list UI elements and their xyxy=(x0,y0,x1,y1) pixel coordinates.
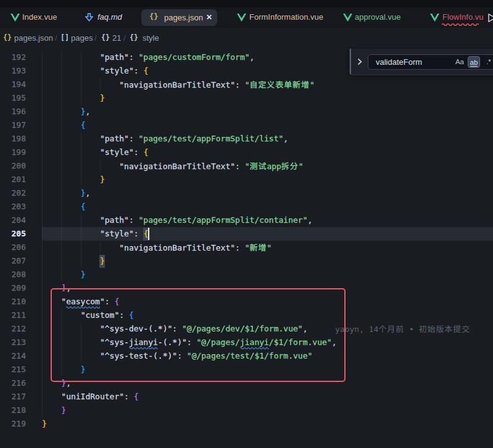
token-k: "navigationBarTitleText" xyxy=(119,162,235,171)
token-b2: } xyxy=(61,405,66,415)
token-p: : xyxy=(235,162,245,171)
line-number: 197 xyxy=(5,118,26,132)
code-line-208[interactable]: 208 } xyxy=(0,268,493,281)
code-line-206[interactable]: 206 "navigationBarTitleText": "新增" xyxy=(0,241,493,254)
token-b1: } xyxy=(42,419,47,428)
line-number: 198 xyxy=(5,132,26,146)
code-text: }, xyxy=(42,105,90,118)
code-line-202[interactable]: 202 }, xyxy=(0,186,493,200)
close-icon[interactable]: ✕ xyxy=(204,12,214,23)
text-cursor xyxy=(148,228,149,240)
token-b1: { xyxy=(143,229,148,238)
code-line-201[interactable]: 201 } xyxy=(0,173,493,186)
tab-faq-md[interactable]: faq.md xyxy=(77,7,136,28)
git-blame-annotation: yaoyn, 14个月前 • 初始版本提交 xyxy=(335,322,470,336)
line-number: 206 xyxy=(5,241,26,254)
token-s: "pages/test/appFormSplit/list" xyxy=(139,134,284,143)
token-w xyxy=(42,80,119,89)
token-p: : xyxy=(134,147,144,157)
code-line-195[interactable]: 195 } xyxy=(0,91,493,105)
token-w xyxy=(42,405,61,415)
code-line-197[interactable]: 197 { xyxy=(0,118,493,132)
code-text: "style": { xyxy=(42,64,148,78)
token-p: , xyxy=(85,107,90,116)
tab-label: approval.vue xyxy=(355,12,400,22)
chevron-right-icon[interactable] xyxy=(357,57,363,69)
breadcrumb-separator: / xyxy=(55,28,57,48)
code-line-219[interactable]: 219} xyxy=(0,417,493,431)
code-text: } xyxy=(42,173,105,186)
code-line-207[interactable]: 207 } xyxy=(0,254,493,268)
code-editor[interactable]: 192 "path": "pages/customForm/form",193 … xyxy=(0,48,493,448)
token-k: "uniIdRouter" xyxy=(61,392,124,401)
token-s: "自定义表单新增" xyxy=(245,80,315,89)
annotation-red-box xyxy=(51,288,346,382)
code-text: } xyxy=(42,417,47,431)
line-number: 219 xyxy=(5,417,26,431)
line-number: 193 xyxy=(5,64,26,78)
line-number: 212 xyxy=(5,322,26,336)
token-b3: } xyxy=(81,270,86,279)
code-line-203[interactable]: 203 { xyxy=(0,200,493,214)
code-line-200[interactable]: 200 "navigationBarTitleText": "测试app拆分" xyxy=(0,159,493,173)
tab-label: FlowInfo.vu xyxy=(442,12,483,22)
vue-icon xyxy=(343,13,352,24)
markdown-icon xyxy=(85,13,93,24)
code-line-204[interactable]: 204 "path": "pages/test/appFormSplit/con… xyxy=(0,214,493,227)
token-b3: { xyxy=(81,202,86,211)
object-symbol-icon: {} xyxy=(130,28,138,48)
line-number: 202 xyxy=(5,186,26,200)
cjk-text: 测试 xyxy=(250,160,267,172)
token-w xyxy=(42,175,100,184)
code-line-218[interactable]: 218 } xyxy=(0,404,493,417)
code-line-194[interactable]: 194 "navigationBarTitleText": "自定义表单新增" xyxy=(0,78,493,91)
code-line-198[interactable]: 198 "path": "pages/test/appFormSplit/lis… xyxy=(0,132,493,146)
whole-word-icon[interactable]: ab xyxy=(468,56,480,68)
cjk-text: 个月前 xyxy=(378,323,404,334)
code-line-217[interactable]: 217 "uniIdRouter": { xyxy=(0,390,493,404)
token-w xyxy=(42,270,81,279)
breadcrumb-symbol[interactable]: pages xyxy=(71,28,93,48)
find-widget: Aa ab .* xyxy=(349,49,493,75)
line-number: 207 xyxy=(5,254,26,268)
find-widget-sash[interactable] xyxy=(350,49,351,75)
line-number: 204 xyxy=(5,214,26,227)
line-number: 210 xyxy=(5,295,26,309)
token-w xyxy=(42,215,100,225)
token-w xyxy=(42,147,100,157)
token-b3: { xyxy=(81,120,86,130)
tab-index-vue[interactable]: Index.vue xyxy=(0,7,74,28)
token-s: "新增" xyxy=(245,243,271,252)
token-w xyxy=(42,243,119,252)
tab-approval-vue[interactable]: approval.vue xyxy=(333,7,413,28)
line-number: 203 xyxy=(5,200,26,214)
vue-icon xyxy=(10,13,20,24)
token-w xyxy=(42,256,100,265)
code-line-205[interactable]: 205 "style": { xyxy=(0,227,493,241)
line-number: 200 xyxy=(5,159,26,173)
tab-forminformation-vue[interactable]: FormInformation.vue xyxy=(225,7,333,28)
code-text: "navigationBarTitleText": "自定义表单新增" xyxy=(42,78,315,92)
code-line-196[interactable]: 196 }, xyxy=(0,105,493,118)
breadcrumb-symbol[interactable]: 21 xyxy=(112,28,121,48)
token-s: "pages/test/appFormSplit/container" xyxy=(139,215,308,225)
match-case-icon[interactable]: Aa xyxy=(454,56,466,68)
breadcrumb-file[interactable]: pages.json xyxy=(14,28,53,48)
token-w xyxy=(42,392,61,401)
code-text: } xyxy=(42,91,105,105)
line-number: 217 xyxy=(5,390,26,404)
breadcrumb-symbol[interactable]: style xyxy=(143,28,159,48)
tab-label: Index.vue xyxy=(22,12,57,22)
token-b1: } xyxy=(100,256,105,265)
run-preview-icon[interactable] xyxy=(487,13,493,25)
token-w xyxy=(42,120,81,130)
line-number: 216 xyxy=(5,376,26,390)
token-k: "path" xyxy=(100,52,129,62)
regex-icon[interactable]: .* xyxy=(483,56,493,68)
tab-flowinfo-vue[interactable]: FlowInfo.vu xyxy=(420,7,487,28)
token-p: : xyxy=(129,134,139,143)
tab-pages-json[interactable]: {} pages.json ✕ xyxy=(141,9,217,26)
token-k: "navigationBarTitleText" xyxy=(119,80,235,89)
code-line-199[interactable]: 199 "style": { xyxy=(0,146,493,159)
line-number: 205 xyxy=(5,227,26,241)
